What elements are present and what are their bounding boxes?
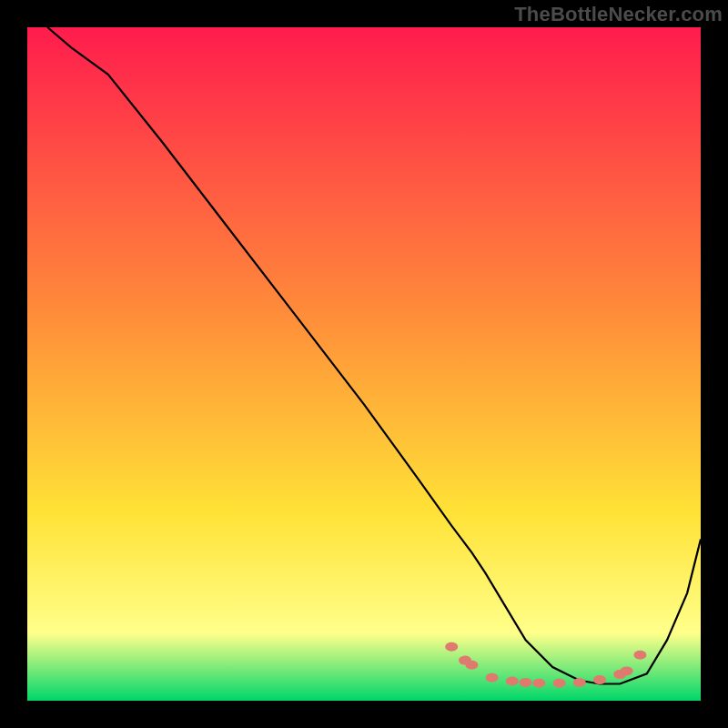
watermark-text: TheBottleNecker.com: [514, 3, 723, 26]
gradient-background: [27, 27, 701, 701]
data-marker: [506, 677, 519, 686]
data-marker: [520, 678, 532, 687]
data-marker: [465, 661, 478, 670]
data-marker: [633, 651, 646, 660]
chart-svg: [27, 27, 701, 701]
chart-frame: TheBottleNecker.com: [0, 0, 728, 728]
data-marker: [573, 678, 586, 687]
data-marker: [553, 679, 566, 688]
data-marker: [486, 673, 499, 682]
data-marker: [593, 675, 606, 684]
data-marker: [532, 679, 545, 688]
plot-area: [27, 27, 701, 701]
data-marker: [445, 642, 458, 652]
data-marker: [621, 666, 633, 675]
